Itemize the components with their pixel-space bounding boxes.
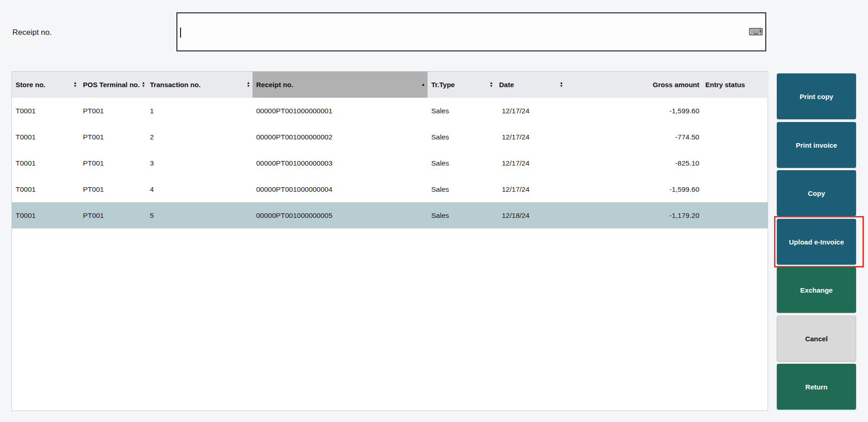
- column-header-store-no[interactable]: Store no. ▲▼: [12, 72, 79, 98]
- pos-terminal-no-cell: PT001: [79, 202, 146, 228]
- date-cell: 12/17/24: [495, 176, 566, 202]
- gross-amount-cell: -1,599.60: [566, 176, 702, 202]
- store-no-cell: T0001: [12, 98, 79, 124]
- upload-e-invoice-button[interactable]: Upload e-Invoice: [777, 219, 856, 265]
- keyboard-icon[interactable]: ⌨: [748, 27, 763, 37]
- column-header-tr-type[interactable]: Tr.Type ▲▼: [428, 72, 495, 98]
- receipt-no-input[interactable]: ⌨: [176, 12, 766, 51]
- entry-status-cell: [702, 98, 769, 124]
- tr-type-cell: Sales: [428, 202, 495, 228]
- sort-both-icon: ▲▼: [247, 82, 250, 88]
- date-cell: 12/18/24: [495, 202, 566, 228]
- sort-both-icon: ▲▼: [489, 82, 493, 88]
- cancel-button[interactable]: Cancel: [777, 316, 856, 361]
- date-cell: 12/17/24: [495, 124, 566, 150]
- tr-type-cell: Sales: [428, 98, 495, 124]
- receipt-no-cell: 00000PT001000000003: [253, 150, 428, 176]
- transaction-no-cell: 2: [146, 124, 253, 150]
- gross-amount-cell: -825.10: [566, 150, 702, 176]
- table-row-selected[interactable]: T0001 PT001 5 00000PT001000000005 Sales …: [12, 202, 768, 228]
- transactions-table: Store no. ▲▼ POS Terminal no. ▲▼ Transac…: [11, 71, 768, 411]
- tr-type-cell: Sales: [428, 124, 495, 150]
- store-no-cell: T0001: [12, 176, 79, 202]
- store-no-cell: T0001: [12, 202, 79, 228]
- pos-terminal-no-cell: PT001: [79, 176, 146, 202]
- entry-status-cell: [702, 150, 769, 176]
- receipt-no-cell: 00000PT001000000005: [253, 202, 428, 228]
- date-cell: 12/17/24: [495, 98, 566, 124]
- copy-button[interactable]: Copy: [777, 170, 856, 216]
- sort-ascending-icon: ▲: [421, 83, 425, 87]
- pos-terminal-no-cell: PT001: [79, 98, 146, 124]
- tr-type-cell: Sales: [428, 150, 495, 176]
- column-header-pos-terminal-no[interactable]: POS Terminal no. ▲▼: [79, 72, 146, 98]
- tr-type-cell: Sales: [428, 176, 495, 202]
- table-row[interactable]: T0001 PT001 4 00000PT001000000004 Sales …: [12, 176, 768, 202]
- date-cell: 12/17/24: [495, 150, 566, 176]
- pos-journal-screen: Receipt no. ⌨ Store no. ▲▼ POS Terminal …: [0, 0, 868, 422]
- entry-status-cell: [702, 176, 769, 202]
- column-header-gross-amount: Gross amount: [566, 72, 702, 98]
- column-header-date[interactable]: Date ▲▼: [495, 72, 566, 98]
- sort-both-icon: ▲▼: [142, 82, 145, 88]
- gross-amount-cell: -1,599.60: [566, 98, 702, 124]
- return-button[interactable]: Return: [777, 364, 856, 410]
- receipt-no-label: Receipt no.: [12, 28, 52, 37]
- transaction-no-cell: 3: [146, 150, 253, 176]
- entry-status-cell: [702, 202, 769, 228]
- sort-both-icon: ▲▼: [560, 82, 563, 88]
- store-no-cell: T0001: [12, 124, 79, 150]
- table-row[interactable]: T0001 PT001 2 00000PT001000000002 Sales …: [12, 124, 768, 150]
- column-header-entry-status: Entry status: [702, 72, 769, 98]
- print-copy-button[interactable]: Print copy: [777, 73, 856, 119]
- receipt-no-cell: 00000PT001000000002: [253, 124, 428, 150]
- exchange-button[interactable]: Exchange: [777, 267, 856, 313]
- entry-status-cell: [702, 124, 769, 150]
- print-invoice-button[interactable]: Print invoice: [777, 122, 856, 168]
- transaction-no-cell: 5: [146, 202, 253, 228]
- pos-terminal-no-cell: PT001: [79, 150, 146, 176]
- store-no-cell: T0001: [12, 150, 79, 176]
- receipt-no-cell: 00000PT001000000004: [253, 176, 428, 202]
- transaction-no-cell: 4: [146, 176, 253, 202]
- pos-terminal-no-cell: PT001: [79, 124, 146, 150]
- column-header-receipt-no[interactable]: Receipt no. ▲: [253, 72, 428, 98]
- table-row[interactable]: T0001 PT001 3 00000PT001000000003 Sales …: [12, 150, 768, 176]
- receipt-no-cell: 00000PT001000000001: [253, 98, 428, 124]
- table-row[interactable]: T0001 PT001 1 00000PT001000000001 Sales …: [12, 98, 768, 124]
- text-caret: [180, 28, 181, 38]
- table-header-row: Store no. ▲▼ POS Terminal no. ▲▼ Transac…: [12, 72, 768, 98]
- column-header-transaction-no[interactable]: Transaction no. ▲▼: [146, 72, 253, 98]
- gross-amount-cell: -1,179.20: [566, 202, 702, 228]
- sort-both-icon: ▲▼: [73, 82, 77, 88]
- transaction-no-cell: 1: [146, 98, 253, 124]
- gross-amount-cell: -774.50: [566, 124, 702, 150]
